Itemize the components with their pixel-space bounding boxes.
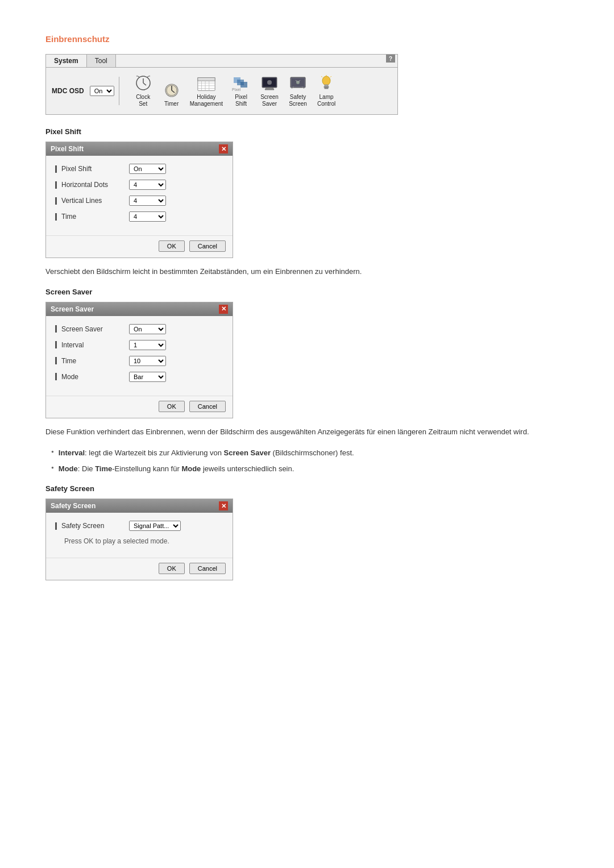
screen-saver-icon (259, 74, 280, 93)
row-bar (55, 325, 57, 333)
pixel-shift-time-select[interactable]: 423 (129, 211, 166, 222)
tab-tool[interactable]: Tool (87, 55, 116, 67)
pixel-shift-ok-button[interactable]: OK (159, 240, 185, 252)
horizontal-dots-select[interactable]: 423 (129, 180, 166, 190)
safety-screen-dialog: Safety Screen ✕ Safety Screen Signal Pat… (45, 499, 233, 580)
toolbar-tabs: System Tool (46, 55, 397, 68)
screen-saver-dialog: Screen Saver ✕ Screen Saver OnOff Interv… (45, 302, 233, 418)
toolbar-item-safety-screen[interactable]: SafetyScreen (284, 72, 312, 110)
pixel-shift-titlebar: Pixel Shift ✕ (46, 142, 233, 156)
safety-screen-close-button[interactable]: ✕ (219, 501, 228, 510)
row-bar (55, 341, 57, 348)
toolbar-item-lamp-control[interactable]: LampControl (313, 72, 340, 110)
svg-point-21 (267, 80, 272, 85)
holiday-label: HolidayManagement (190, 94, 223, 107)
pixel-shift-footer: OK Cancel (46, 235, 233, 258)
pixel-shift-row-1: Horizontal Dots 423 (55, 180, 223, 190)
toolbar-divider (119, 77, 119, 105)
screen-saver-row-1-label: Interval (55, 341, 129, 349)
toolbar-item-pixel-shift[interactable]: Pixel PixelShift (227, 72, 255, 110)
bullet-item-0: ● Interval: legt die Wartezeit bis zur A… (51, 447, 569, 459)
toolbar-item-timer[interactable]: Timer (158, 79, 185, 110)
time-select[interactable]: 102030 (129, 356, 166, 366)
bullet-dot-0: ● (51, 448, 54, 459)
pixel-shift-icon: Pixel (231, 74, 251, 93)
vertical-lines-select[interactable]: 423 (129, 196, 166, 206)
safety-screen-body: Safety Screen Signal Patt... Press OK to… (46, 513, 233, 558)
row-bar (55, 357, 57, 364)
screen-saver-row-0-label: Screen Saver (55, 325, 129, 333)
row-bar (55, 197, 57, 205)
pixel-shift-body: Pixel Shift OnOff Horizontal Dots 423 Ve… (46, 156, 233, 235)
screen-saver-footer: OK Cancel (46, 396, 233, 418)
safety-screen-cancel-button[interactable]: Cancel (189, 563, 226, 574)
safety-screen-row-0-label: Safety Screen (55, 522, 129, 530)
pixel-shift-row-0-label: Pixel Shift (55, 165, 129, 173)
svg-rect-8 (198, 78, 215, 81)
toolbar-container: ? System Tool MDC OSD On Off (45, 54, 398, 115)
safety-screen-select[interactable]: Signal Patt... (129, 521, 181, 531)
pixel-shift-close-button[interactable]: ✕ (219, 144, 228, 153)
safety-screen-title: Safety Screen (51, 502, 96, 510)
screen-saver-row-2: Time 102030 (55, 356, 223, 366)
bullet-text-1: Mode: Die Time-Einstellung kann für Mode… (59, 463, 294, 475)
screen-saver-row-2-label: Time (55, 357, 129, 365)
pixel-shift-select[interactable]: OnOff (129, 164, 166, 174)
pixel-shift-row-2-label: Vertical Lines (55, 197, 129, 205)
screen-saver-row-0: Screen Saver OnOff (55, 324, 223, 334)
safety-screen-heading: Safety Screen (45, 484, 569, 493)
mode-select[interactable]: BarFade (129, 372, 166, 382)
screen-saver-select[interactable]: OnOff (129, 324, 166, 334)
tab-system[interactable]: System (46, 55, 87, 67)
screen-saver-description: Diese Funktion verhindert das Einbrennen… (45, 426, 569, 438)
pixel-shift-dialog: Pixel Shift ✕ Pixel Shift OnOff Horizont… (45, 142, 233, 258)
help-button[interactable]: ? (386, 55, 395, 63)
screen-saver-close-button[interactable]: ✕ (219, 305, 228, 314)
safety-screen-label: SafetyScreen (289, 94, 307, 107)
row-bar (55, 165, 57, 173)
row-bar (55, 181, 57, 189)
mdc-select[interactable]: On Off (90, 86, 114, 96)
safety-screen-titlebar: Safety Screen ✕ (46, 499, 233, 513)
bullet-dot-1: ● (51, 464, 54, 475)
pixel-shift-row-0: Pixel Shift OnOff (55, 164, 223, 174)
pixel-shift-row-3: Time 423 (55, 211, 223, 222)
interval-select[interactable]: 123 (129, 340, 166, 350)
screen-saver-ok-button[interactable]: OK (159, 401, 185, 412)
safety-screen-row-0: Safety Screen Signal Patt... (55, 521, 223, 531)
row-bar (55, 373, 57, 380)
clock-set-icon (133, 74, 154, 93)
clock-set-label: ClockSet (136, 94, 150, 107)
bullet-item-1: ● Mode: Die Time-Einstellung kann für Mo… (51, 463, 569, 475)
safety-screen-note: Press OK to play a selected mode. (64, 537, 223, 545)
svg-rect-28 (325, 88, 328, 89)
screen-saver-titlebar: Screen Saver ✕ (46, 302, 233, 316)
toolbar-item-holiday[interactable]: HolidayManagement (186, 72, 226, 110)
bullet-list: ● Interval: legt die Wartezeit bis zur A… (45, 447, 569, 474)
pixel-shift-heading: Pixel Shift (45, 127, 569, 136)
safety-screen-footer: OK Cancel (46, 558, 233, 580)
svg-point-25 (322, 76, 330, 85)
screen-saver-row-1: Interval 123 (55, 340, 223, 350)
pixel-shift-cancel-button[interactable]: Cancel (189, 240, 226, 252)
toolbar-item-clock-set[interactable]: ClockSet (130, 72, 157, 110)
pixel-shift-title: Pixel Shift (51, 145, 84, 153)
svg-line-30 (321, 76, 322, 77)
screen-saver-row-3: Mode BarFade (55, 372, 223, 382)
screen-saver-body: Screen Saver OnOff Interval 123 Time 102… (46, 316, 233, 396)
toolbar-body: MDC OSD On Off ClockSet (46, 68, 397, 114)
timer-icon (161, 81, 182, 99)
pixel-shift-description: Verschiebt den Bildschirm leicht in best… (45, 266, 569, 277)
svg-line-2 (143, 83, 146, 85)
toolbar-items: ClockSet Timer (130, 72, 340, 110)
screen-saver-cancel-button[interactable]: Cancel (189, 401, 226, 412)
mdc-label: MDC OSD (52, 87, 84, 95)
timer-label: Timer (164, 101, 179, 107)
holiday-icon (196, 74, 217, 93)
safety-screen-icon (288, 74, 308, 93)
svg-rect-26 (325, 85, 328, 86)
pixel-shift-row-1-label: Horizontal Dots (55, 181, 129, 189)
safety-screen-ok-button[interactable]: OK (159, 563, 185, 574)
row-bar (55, 213, 57, 221)
toolbar-item-screen-saver[interactable]: ScreenSaver (256, 72, 283, 110)
